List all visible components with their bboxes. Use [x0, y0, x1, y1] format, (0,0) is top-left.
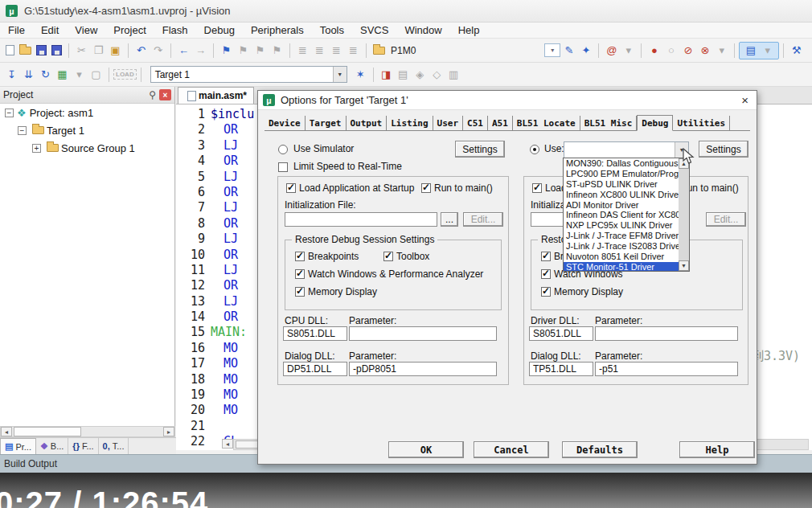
- collapse-icon[interactable]: −: [18, 126, 27, 135]
- driver-dll-input[interactable]: S8051.DLL: [529, 326, 593, 341]
- pack-installer-icon[interactable]: ◇: [429, 67, 445, 82]
- save-all-icon[interactable]: [51, 45, 62, 55]
- menu-item[interactable]: File: [0, 24, 33, 36]
- dialog-tab[interactable]: User: [433, 116, 464, 130]
- driver-option[interactable]: Infineon DAS Client for XC800: [564, 210, 679, 220]
- dialog-tab[interactable]: Target: [306, 116, 347, 130]
- driver-option[interactable]: MON390: Dallas Contiguous Mo: [564, 158, 679, 169]
- configure-wrench-icon[interactable]: ⚒: [789, 43, 804, 58]
- driver-combobox[interactable]: ▼: [564, 141, 689, 158]
- next-bookmark-icon[interactable]: ⚑: [236, 43, 251, 58]
- debug-session-icon[interactable]: ✦: [578, 43, 593, 58]
- dialog-tab[interactable]: BL51 Locate: [513, 116, 580, 130]
- menu-item[interactable]: Help: [450, 24, 488, 36]
- dialog-tab[interactable]: Device: [265, 116, 306, 130]
- driver-option[interactable]: Infineon XC800 ULINK Driver: [564, 190, 679, 200]
- select-software-packs-icon[interactable]: ◈: [412, 67, 428, 82]
- uncomment-icon[interactable]: ≣: [346, 43, 361, 58]
- books-icon[interactable]: ▥: [446, 67, 461, 82]
- panel-tab[interactable]: ▤ Pr...: [0, 438, 36, 454]
- menu-item[interactable]: Window: [396, 24, 449, 36]
- video-overlay-bar[interactable]: 0:27 / 1:26:54: [0, 473, 812, 508]
- driver-option[interactable]: ADI Monitor Driver: [564, 200, 679, 211]
- dialog-close-icon[interactable]: ×: [738, 93, 752, 107]
- menu-item[interactable]: Project: [105, 24, 154, 36]
- menu-item[interactable]: Edit: [33, 24, 67, 36]
- menu-item[interactable]: Peripherals: [243, 24, 312, 36]
- scroll-left-icon[interactable]: ◂: [222, 439, 233, 449]
- breakpoints-dropdown-icon[interactable]: ▾: [714, 43, 729, 58]
- scroll-right-icon[interactable]: ▸: [163, 427, 174, 436]
- window-layout-button[interactable]: ▤ ▾: [739, 42, 779, 59]
- scroll-down-icon[interactable]: ▼: [679, 260, 689, 271]
- multi-project-icon[interactable]: ▤: [396, 67, 411, 82]
- edit-button[interactable]: Edit...: [463, 212, 503, 227]
- driver-parameter-input[interactable]: [595, 326, 738, 341]
- help-button[interactable]: Help: [679, 441, 755, 458]
- dialog-dll-input[interactable]: DP51.DLL: [283, 362, 347, 376]
- cancel-button[interactable]: Cancel: [474, 441, 549, 458]
- dialog-tab[interactable]: C51: [463, 116, 488, 130]
- init-file-input[interactable]: [285, 212, 437, 227]
- project-horizontal-scrollbar[interactable]: ◂ ▸: [0, 426, 175, 437]
- driver-option[interactable]: NXP LPC95x ULINK Driver: [564, 220, 679, 231]
- dialog-tab[interactable]: A51: [488, 116, 513, 130]
- collapse-icon[interactable]: −: [5, 109, 14, 117]
- cpu-parameter-input[interactable]: [349, 326, 497, 341]
- save-icon[interactable]: [36, 45, 47, 55]
- cut-icon[interactable]: ✂: [74, 43, 89, 58]
- prev-bookmark-icon[interactable]: ⚑: [252, 43, 268, 58]
- build-icon[interactable]: ⇊: [21, 67, 36, 82]
- scroll-left-icon[interactable]: ◂: [1, 427, 12, 436]
- download-load-icon[interactable]: LOAD: [113, 69, 137, 80]
- watch-windows-checkbox-right[interactable]: [541, 269, 551, 279]
- scroll-thumb[interactable]: [14, 427, 81, 436]
- dialog-parameter-input[interactable]: -pDP8051: [349, 362, 497, 376]
- magnifier-dropdown-icon[interactable]: ▾: [621, 43, 636, 58]
- run-to-main-checkbox[interactable]: [421, 183, 431, 193]
- dialog-dll-input-right[interactable]: TP51.DLL: [529, 362, 593, 376]
- tree-item-project[interactable]: − ❖ Project: asm1: [0, 104, 174, 121]
- batch-build-dropdown-icon[interactable]: ▾: [72, 67, 87, 82]
- browse-button[interactable]: ...: [441, 212, 458, 227]
- pin-icon[interactable]: ⚲: [149, 89, 156, 100]
- memory-display-checkbox-right[interactable]: [541, 287, 551, 297]
- navigate-forward-icon[interactable]: →: [193, 43, 208, 58]
- find-box[interactable]: P1M0: [391, 45, 416, 56]
- driver-option[interactable]: STC Monitor-51 Driver: [564, 262, 679, 271]
- cpu-dll-input[interactable]: S8051.DLL: [283, 326, 347, 341]
- limit-speed-checkbox[interactable]: [278, 162, 288, 172]
- kill-all-breakpoints-icon[interactable]: ⊗: [697, 43, 712, 58]
- driver-option[interactable]: Nuvoton 8051 Keil Driver: [564, 252, 679, 262]
- menu-item[interactable]: Tools: [312, 24, 352, 36]
- new-file-icon[interactable]: [6, 45, 14, 55]
- manage-project-items-icon[interactable]: ◨: [379, 67, 394, 82]
- driver-option[interactable]: J-Link / J-Trace EFM8 Driver: [564, 231, 679, 241]
- breakpoint-icon[interactable]: ●: [646, 43, 662, 58]
- clear-bookmarks-icon[interactable]: ⚑: [269, 43, 285, 58]
- dialog-tab[interactable]: Debug: [637, 115, 673, 131]
- menu-item[interactable]: Flash: [154, 24, 196, 36]
- panel-tab[interactable]: 0, T...: [99, 438, 129, 454]
- edit-button-right[interactable]: Edit...: [706, 212, 746, 227]
- target-select[interactable]: Target 1 ▼: [150, 66, 347, 83]
- toolbox-checkbox[interactable]: [383, 252, 393, 261]
- find-dropdown[interactable]: ▾: [544, 43, 560, 57]
- tree-item-target[interactable]: − Target 1: [0, 121, 174, 139]
- find-in-files-icon[interactable]: [373, 47, 385, 55]
- dropdown-scrollbar[interactable]: ▲ ▼: [679, 158, 689, 271]
- dialog-tab[interactable]: Utilities: [673, 116, 730, 130]
- undo-icon[interactable]: ↶: [133, 43, 149, 58]
- batch-build-icon[interactable]: ▦: [55, 67, 70, 82]
- dialog-tab[interactable]: Output: [347, 116, 388, 130]
- paste-icon[interactable]: ▣: [108, 43, 123, 58]
- edit-document-icon[interactable]: ✎: [561, 43, 576, 58]
- translate-icon[interactable]: ↧: [4, 67, 19, 82]
- scroll-track[interactable]: [12, 427, 163, 436]
- target-select-arrow[interactable]: ▼: [333, 67, 347, 82]
- options-for-target-icon[interactable]: ✶: [353, 67, 368, 82]
- disable-breakpoint-icon[interactable]: ○: [663, 43, 679, 58]
- panel-tab[interactable]: ❖ B...: [36, 438, 68, 454]
- navigate-back-icon[interactable]: ←: [176, 43, 191, 58]
- menu-item[interactable]: Debug: [196, 24, 243, 36]
